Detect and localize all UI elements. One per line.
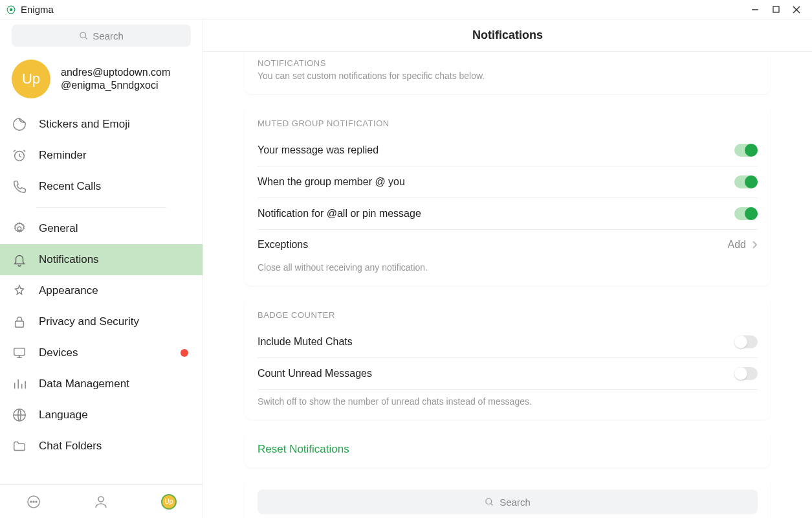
- profile-block[interactable]: Up andres@uptodown.com @enigma_5nndgxoci: [0, 52, 203, 109]
- nav-chats[interactable]: [0, 494, 67, 510]
- row-mention: When the group member @ you: [245, 166, 771, 197]
- bottom-search-card: Search Contacts Group: [245, 479, 771, 518]
- titlebar-left: Enigma: [6, 4, 54, 15]
- sidebar-item-label: Data Management: [39, 377, 129, 390]
- row-all-pin: Notification for @all or pin message: [245, 198, 771, 229]
- section-label: MUTED GROUP NOTIFICATION: [245, 118, 771, 135]
- badge-subtitle: Switch off to show the number of unread …: [245, 390, 771, 407]
- titlebar: Enigma: [0, 0, 812, 19]
- app-title: Enigma: [21, 4, 54, 15]
- sidebar-item-stickers[interactable]: Stickers and Emoji: [0, 109, 203, 140]
- search-placeholder: Search: [499, 497, 531, 508]
- row-label: Exceptions: [258, 239, 308, 251]
- person-icon: [93, 494, 109, 510]
- svg-point-15: [33, 501, 34, 502]
- toggle-count-unread[interactable]: [734, 367, 758, 380]
- toggle-include-muted[interactable]: [734, 335, 758, 348]
- sidebar-menu: Stickers and Emoji Reminder Recent Calls: [0, 109, 203, 484]
- chart-icon: [12, 376, 27, 392]
- reset-notifications-button[interactable]: Reset Notifications: [258, 443, 758, 456]
- exceptions-subtitle: Close all without receiving any notifica…: [245, 260, 771, 273]
- sidebar-item-label: Privacy and Security: [39, 315, 139, 328]
- svg-point-14: [30, 501, 32, 502]
- profile-handle: @enigma_5nndgxoci: [61, 80, 170, 91]
- row-include-muted: Include Muted Chats: [245, 326, 771, 357]
- exceptions-search-input[interactable]: Search: [258, 490, 758, 514]
- sidebar-item-data[interactable]: Data Management: [0, 368, 203, 400]
- folder-icon: [12, 438, 27, 454]
- svg-point-16: [36, 501, 37, 502]
- main-panel: Notifications NOTIFICATIONS You can set …: [203, 19, 812, 518]
- sidebar-item-devices[interactable]: Devices: [0, 337, 203, 368]
- menu-divider: [36, 207, 166, 208]
- sidebar-item-folders[interactable]: Chat Folders: [0, 431, 203, 462]
- sidebar-item-privacy[interactable]: Privacy and Security: [0, 306, 203, 337]
- sidebar-item-general[interactable]: General: [0, 213, 203, 244]
- toggle-replied[interactable]: [734, 144, 758, 157]
- app-logo-icon: [6, 5, 16, 14]
- window-minimize-button[interactable]: [746, 1, 764, 19]
- svg-rect-10: [16, 321, 24, 327]
- sidebar-item-label: Appearance: [39, 284, 98, 297]
- bottom-nav: Up: [0, 484, 203, 518]
- sidebar-item-recent-calls[interactable]: Recent Calls: [0, 171, 203, 202]
- window-close-button[interactable]: [787, 1, 806, 19]
- svg-point-17: [98, 497, 104, 502]
- toggle-all-pin[interactable]: [734, 207, 758, 220]
- sticker-icon: [12, 117, 27, 132]
- muted-group-card: MUTED GROUP NOTIFICATION Your message wa…: [245, 106, 771, 286]
- nav-profile[interactable]: Up: [135, 494, 203, 510]
- tabs-row: Contacts Group: [245, 514, 771, 518]
- bell-icon: [12, 252, 27, 267]
- globe-icon: [12, 407, 27, 423]
- sidebar-item-label: Recent Calls: [39, 180, 101, 193]
- svg-point-6: [80, 32, 86, 38]
- gear-icon: [12, 221, 27, 236]
- sidebar-item-label: Chat Folders: [39, 440, 102, 453]
- svg-rect-3: [773, 6, 779, 12]
- svg-rect-11: [14, 348, 25, 355]
- notifications-intro-card: NOTIFICATIONS You can set custom notific…: [245, 52, 771, 94]
- svg-point-18: [486, 498, 492, 504]
- sidebar-item-label: Devices: [39, 346, 78, 359]
- sidebar-item-label: Reminder: [39, 149, 87, 162]
- search-icon: [79, 31, 89, 41]
- sidebar-item-label: Language: [39, 409, 88, 422]
- main-content[interactable]: NOTIFICATIONS You can set custom notific…: [203, 52, 812, 518]
- sidebar-item-notifications[interactable]: Notifications: [0, 244, 203, 275]
- sidebar-item-label: General: [39, 222, 78, 235]
- sidebar: Search Up andres@uptodown.com @enigma_5n…: [0, 19, 203, 518]
- svg-line-7: [85, 37, 87, 39]
- row-label: Include Muted Chats: [258, 336, 353, 348]
- row-label: Notification for @all or pin message: [258, 208, 421, 220]
- profile-email: andres@uptodown.com: [61, 67, 170, 78]
- row-label: When the group member @ you: [258, 176, 405, 188]
- svg-point-1: [10, 8, 13, 11]
- row-replied: Your message was replied: [245, 135, 771, 166]
- badge-counter-card: BADGE COUNTER Include Muted Chats Count …: [245, 297, 771, 420]
- reset-card[interactable]: Reset Notifications: [245, 431, 771, 467]
- window-controls: [746, 1, 806, 19]
- exceptions-add-link[interactable]: Add: [728, 239, 758, 251]
- chevron-right-icon: [751, 240, 758, 249]
- window-maximize-button[interactable]: [767, 1, 785, 19]
- avatar: Up: [12, 60, 50, 98]
- sidebar-item-label: Notifications: [39, 253, 99, 266]
- main-header: Notifications: [203, 19, 812, 52]
- svg-line-19: [491, 503, 493, 505]
- chat-bubble-icon: [26, 494, 41, 510]
- toggle-mention[interactable]: [734, 175, 758, 188]
- alert-badge: [181, 349, 188, 357]
- monitor-icon: [12, 345, 27, 361]
- sidebar-item-reminder[interactable]: Reminder: [0, 140, 203, 171]
- clock-icon: [12, 148, 27, 163]
- sidebar-item-language[interactable]: Language: [0, 400, 203, 431]
- nav-contacts[interactable]: [67, 494, 135, 510]
- section-label: NOTIFICATIONS: [245, 58, 771, 71]
- lock-icon: [12, 314, 27, 330]
- section-label: BADGE COUNTER: [245, 310, 771, 326]
- row-exceptions[interactable]: Exceptions Add: [245, 230, 771, 260]
- sidebar-search-input[interactable]: Search: [12, 25, 191, 47]
- sidebar-item-appearance[interactable]: Appearance: [0, 275, 203, 306]
- search-placeholder: Search: [93, 30, 124, 41]
